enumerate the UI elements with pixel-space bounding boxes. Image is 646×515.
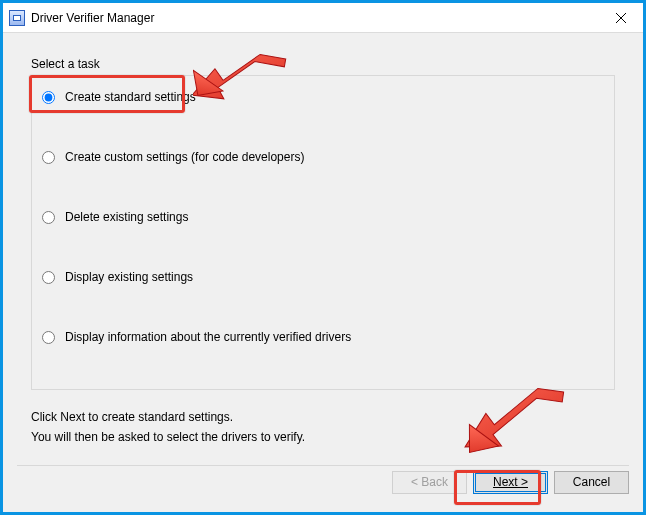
dialog-body: Select a task Create standard settings C… — [17, 41, 629, 460]
hint-line-2: You will then be asked to select the dri… — [31, 430, 305, 444]
task-prompt-label: Select a task — [31, 57, 100, 71]
close-icon — [616, 13, 626, 23]
wizard-buttons: < Back Next > Cancel — [17, 466, 629, 498]
radio-label: Display information about the currently … — [65, 330, 351, 344]
radio-create-custom[interactable]: Create custom settings (for code develop… — [42, 150, 304, 164]
task-panel: Create standard settings Create custom s… — [31, 75, 615, 390]
cancel-button[interactable]: Cancel — [554, 471, 629, 494]
radio-input-create-standard[interactable] — [42, 91, 55, 104]
radio-display-verified[interactable]: Display information about the currently … — [42, 330, 351, 344]
radio-create-standard[interactable]: Create standard settings — [42, 90, 196, 104]
radio-label: Display existing settings — [65, 270, 193, 284]
radio-input-display-existing[interactable] — [42, 271, 55, 284]
window-frame: Driver Verifier Manager Select a task Cr… — [0, 0, 646, 515]
radio-display-existing[interactable]: Display existing settings — [42, 270, 193, 284]
close-button[interactable] — [598, 3, 643, 33]
window-title: Driver Verifier Manager — [31, 11, 154, 25]
hint-line-1: Click Next to create standard settings. — [31, 410, 233, 424]
app-icon — [9, 10, 25, 26]
next-button[interactable]: Next > — [473, 471, 548, 494]
radio-delete-existing[interactable]: Delete existing settings — [42, 210, 188, 224]
radio-label: Create custom settings (for code develop… — [65, 150, 304, 164]
radio-input-display-verified[interactable] — [42, 331, 55, 344]
radio-input-create-custom[interactable] — [42, 151, 55, 164]
radio-label: Delete existing settings — [65, 210, 188, 224]
back-button: < Back — [392, 471, 467, 494]
titlebar: Driver Verifier Manager — [3, 3, 643, 33]
radio-label: Create standard settings — [65, 90, 196, 104]
radio-input-delete-existing[interactable] — [42, 211, 55, 224]
